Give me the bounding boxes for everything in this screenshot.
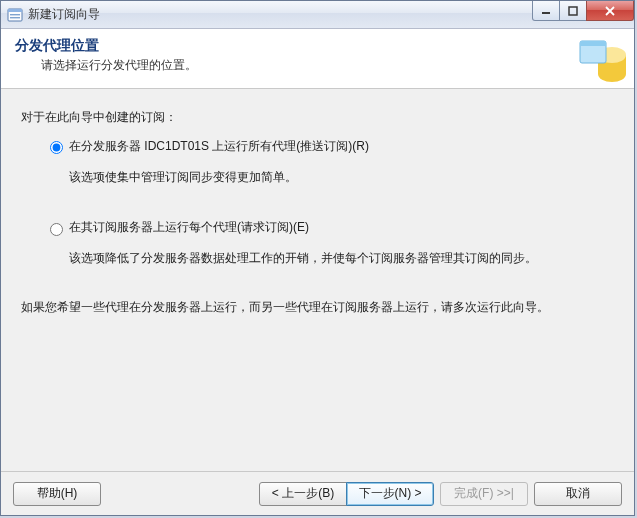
option-pull-subscription[interactable]: 在其订阅服务器上运行每个代理(请求订阅)(E) [45,219,614,236]
radio-push[interactable] [50,141,63,154]
page-title: 分发代理位置 [15,37,620,55]
help-button[interactable]: 帮助(H) [13,482,101,506]
option-push-label: 在分发服务器 IDC1DT01S 上运行所有代理(推送订阅)(R) [69,138,369,155]
intro-text: 对于在此向导中创建的订阅： [21,109,614,126]
svg-rect-3 [10,17,20,18]
svg-rect-4 [542,12,550,14]
wizard-footer: 帮助(H) < 上一步(B) 下一步(N) > 完成(F) >>| 取消 [1,471,634,515]
next-button[interactable]: 下一步(N) > [346,482,434,506]
option-pull-desc: 该选项降低了分发服务器数据处理工作的开销，并使每个订阅服务器管理其订阅的同步。 [69,250,614,267]
nav-button-group: < 上一步(B) 下一步(N) > [259,482,434,506]
finish-button: 完成(F) >>| [440,482,528,506]
header-graphic-icon [578,35,628,85]
wizard-header: 分发代理位置 请选择运行分发代理的位置。 [1,29,634,89]
footer-note: 如果您希望一些代理在分发服务器上运行，而另一些代理在订阅服务器上运行，请多次运行… [21,299,614,316]
close-button[interactable] [586,1,634,21]
page-subtitle: 请选择运行分发代理的位置。 [41,57,620,74]
svg-rect-12 [580,41,606,46]
radio-pull[interactable] [50,223,63,236]
minimize-button[interactable] [532,1,560,21]
window-title: 新建订阅向导 [28,6,100,23]
wizard-content: 对于在此向导中创建的订阅： 在分发服务器 IDC1DT01S 上运行所有代理(推… [1,89,634,316]
svg-rect-1 [8,9,22,12]
cancel-button[interactable]: 取消 [534,482,622,506]
maximize-button[interactable] [559,1,587,21]
option-pull-label: 在其订阅服务器上运行每个代理(请求订阅)(E) [69,219,309,236]
option-push-desc: 该选项使集中管理订阅同步变得更加简单。 [69,169,614,186]
svg-rect-2 [10,14,20,15]
option-push-subscription[interactable]: 在分发服务器 IDC1DT01S 上运行所有代理(推送订阅)(R) [45,138,614,155]
titlebar: 新建订阅向导 [1,1,634,29]
app-icon [7,7,23,23]
svg-rect-5 [569,7,577,15]
back-button[interactable]: < 上一步(B) [259,482,347,506]
window-controls [533,1,634,21]
wizard-window: 新建订阅向导 分发代理位置 请选择运行分发代理的位置。 [0,0,635,516]
